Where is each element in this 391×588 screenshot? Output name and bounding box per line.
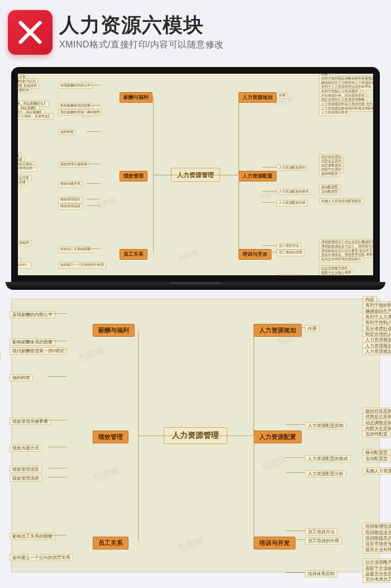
group-label: 绩效沟通方式 bbox=[58, 181, 83, 187]
leaf-node: 提高企业对环境的适应能力 bbox=[319, 256, 364, 262]
leaf-node: 选择性配置 bbox=[363, 431, 390, 438]
group-label: 如何建立一个正向的员工关系 bbox=[9, 554, 73, 561]
group-label: 培训体系原则 bbox=[305, 570, 337, 577]
group-label: 作用 bbox=[305, 325, 320, 332]
branch-node: 绩效管理 bbox=[93, 431, 128, 443]
branch-node: 培训与开发 bbox=[239, 249, 271, 260]
group-label: 绩效管理误区 bbox=[58, 197, 83, 203]
group-label: 实现薪酬的内部公平 bbox=[58, 83, 93, 89]
group-label: 人力资源配置原则 bbox=[305, 422, 346, 429]
branch-node: 薪酬与福利 bbox=[93, 324, 135, 337]
group-label: 影响薪酬体系的因素 bbox=[9, 338, 55, 346]
group-label: 作用 bbox=[276, 93, 288, 99]
leaf-node: 流动配置型 bbox=[363, 455, 390, 462]
title-block: 人力资源六模块 XMIND格式/直接打印/内容可以随意修改 bbox=[59, 14, 383, 51]
group-label: 如何建立一个正向的员工关系 bbox=[58, 262, 106, 268]
group-label: 绩效管理关键要素 bbox=[58, 161, 89, 168]
group-label: 福利种类 bbox=[9, 374, 33, 381]
group-label: 影响员工关系的因素 bbox=[58, 246, 93, 252]
leaf-node: 建立员工帮助计划（EAP） bbox=[18, 262, 31, 268]
leaf-node: Performance【根据个人绩效，发放奖金】 bbox=[18, 113, 54, 119]
mindmap-small: 包图网包图网包图网包图网包图网人力资源管理薪酬与福利实现薪酬的内部公平建立并宣传… bbox=[18, 74, 373, 275]
header: 人力资源六模块 XMIND格式/直接打印/内容可以随意修改 bbox=[0, 0, 391, 61]
leaf-node: 流动配置型 bbox=[319, 189, 340, 195]
group-label: 影响员工关系的因素 bbox=[9, 533, 55, 540]
group-label: 培训体系原则 bbox=[276, 274, 301, 275]
laptop-preview: 包图网包图网包图网包图网包图网人力资源管理薪酬与福利实现薪酬的内部公平建立并宣传… bbox=[11, 67, 380, 290]
mindmap-full: 包图网包图网包图网包图网包图网人力资源管理薪酬与福利实现薪酬的内部公平建立并宣传… bbox=[11, 299, 380, 572]
svg-point-0 bbox=[27, 30, 33, 35]
leaf-node: 基建充分全面 bbox=[319, 274, 344, 275]
group-label: 现代薪酬管理第一类P模式 bbox=[58, 109, 102, 116]
group-label: 福利种类 bbox=[58, 129, 76, 135]
watermark: 包图网 bbox=[95, 196, 117, 211]
branch-node: 培训与开发 bbox=[254, 537, 295, 549]
leaf-node: 人力资源规划形成 bbox=[319, 109, 350, 116]
group-label: 人力资源配置分析 bbox=[305, 470, 346, 477]
leaf-node: 人力资源规划形成 bbox=[363, 348, 391, 355]
group-label: 绩效管理关键要素 bbox=[9, 418, 51, 425]
watermark: 包图网 bbox=[176, 536, 205, 556]
branch-node: 人力资源规划 bbox=[254, 324, 302, 337]
group-label: 人力资源配置原则 bbox=[276, 165, 308, 171]
leaf-node: 有效的监督制度和沟通机制 bbox=[18, 87, 31, 93]
xmind-logo bbox=[8, 10, 53, 55]
group-label: 绩效管理流程 bbox=[9, 475, 42, 482]
laptop-base bbox=[6, 282, 385, 290]
group-label: 员工培训方法 bbox=[276, 243, 301, 249]
page-title: 人力资源六模块 bbox=[59, 14, 383, 36]
branch-node: 人力资源配置 bbox=[239, 171, 276, 181]
leaf-node: 提高企业对环境的适应能力 bbox=[363, 546, 391, 553]
watermark: 包图网 bbox=[92, 465, 121, 485]
branch-node: 人力资源配置 bbox=[254, 431, 302, 443]
group-label: 绩效管理误区 bbox=[9, 466, 42, 473]
leaf-node: 实施人力资源优化配置建议 bbox=[319, 198, 364, 204]
group-label: 实现薪酬的内部公平 bbox=[9, 311, 55, 318]
leaf-node: Performance【根据个人绩效，发放奖金】 bbox=[0, 353, 1, 360]
group-label: 影响薪酬体系的因素 bbox=[58, 103, 93, 109]
page-subtitle: XMIND格式/直接打印/内容可以随意修改 bbox=[59, 39, 383, 51]
group-label: 员工培训方法 bbox=[305, 528, 337, 536]
group-label: 人力资源配置分析 bbox=[276, 200, 308, 206]
leaf-node: 实施人力资源优化配置建议 bbox=[363, 467, 391, 475]
group-label: 绩效沟通方式 bbox=[9, 444, 42, 452]
laptop-screen: 包图网包图网包图网包图网包图网人力资源管理薪酬与福利实现薪酬的内部公平建立并宣传… bbox=[11, 67, 380, 282]
watermark: 包图网 bbox=[77, 345, 106, 365]
group-label: 员工培训的作用 bbox=[305, 537, 342, 544]
group-label: 员工培训的作用 bbox=[276, 250, 304, 256]
group-label: 人力资源配置的形式 bbox=[276, 189, 311, 195]
branch-node: 员工关系 bbox=[120, 249, 147, 260]
leaf-node: 制定政策、规则和工作程序 bbox=[18, 240, 31, 246]
branch-node: 员工关系 bbox=[93, 537, 128, 549]
leaf-node: 充分考虑员工的自我发展的需要 bbox=[363, 576, 391, 583]
leaf-node: 绩效面谈方式、技巧 bbox=[18, 183, 21, 189]
group-label: 现代薪酬管理第一类P模式 bbox=[9, 347, 67, 355]
branch-node: 薪酬与福利 bbox=[120, 92, 152, 103]
branch-node: 绩效管理 bbox=[120, 171, 147, 181]
group-label: 人力资源配置的形式 bbox=[305, 455, 351, 462]
group-label: 绩效管理流程 bbox=[58, 203, 83, 209]
branch-node: 人力资源规划 bbox=[239, 92, 276, 103]
xmind-icon bbox=[17, 20, 43, 45]
leaf-node: 注重绩效管理内容与形式的统一 bbox=[18, 165, 38, 171]
leaf-node: 选择性配置 bbox=[319, 171, 340, 177]
watermark: 包图网 bbox=[177, 248, 199, 263]
